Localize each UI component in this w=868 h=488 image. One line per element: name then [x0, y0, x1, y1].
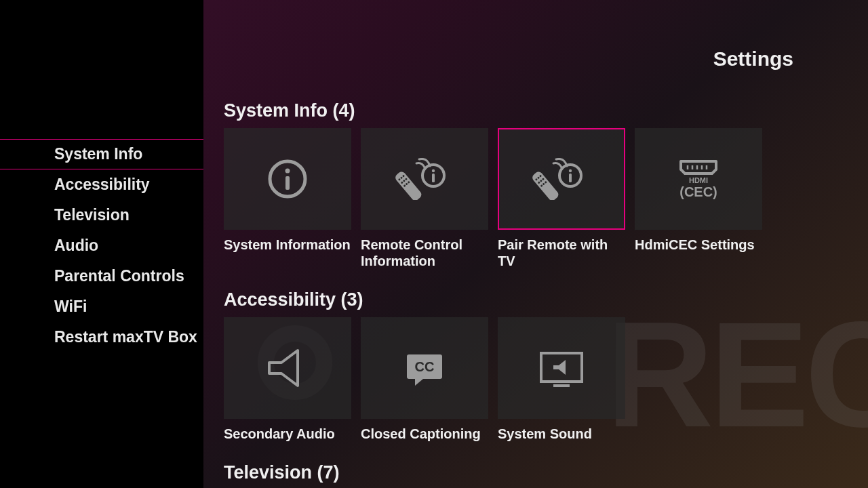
- sidebar-item-label: System Info: [54, 145, 142, 163]
- main-content: Settings System Info (4)System Informati…: [203, 0, 868, 488]
- sidebar-item-system-info[interactable]: System Info: [0, 139, 203, 169]
- sidebar-item-accessibility[interactable]: Accessibility: [0, 169, 203, 200]
- tile-label: Closed Captioning: [361, 426, 488, 442]
- sidebar-item-label: Audio: [54, 237, 98, 254]
- tile-label: Remote Control Information: [361, 237, 488, 269]
- tile-wrap: System Sound: [498, 317, 625, 442]
- tv-speaker-icon: [537, 346, 586, 390]
- speaker-outline-icon: [264, 346, 311, 390]
- tile-row: System InformationRemote Control Informa…: [224, 128, 793, 269]
- tile-label: System Information: [224, 237, 351, 253]
- sidebar-item-audio[interactable]: Audio: [0, 230, 203, 261]
- tile-label: HdmiCEC Settings: [635, 237, 762, 253]
- cc-icon: [401, 348, 448, 388]
- tile-system-information[interactable]: [224, 128, 351, 230]
- remote-info-icon: [528, 158, 595, 200]
- hdmi-cec-icon: [674, 157, 723, 201]
- sidebar-item-label: Parental Controls: [54, 267, 184, 285]
- tile-wrap: Pair Remote with TV: [498, 128, 625, 269]
- sidebar-item-label: WiFi: [54, 298, 87, 315]
- sidebar-item-parental-controls[interactable]: Parental Controls: [0, 261, 203, 291]
- sidebar-item-label: Television: [54, 206, 130, 224]
- section-title: System Info (4): [224, 100, 793, 121]
- tile-pair-remote-with-tv[interactable]: [498, 128, 625, 230]
- page-title: Settings: [224, 47, 793, 70]
- info-icon: [267, 159, 308, 199]
- remote-info-icon: [391, 158, 458, 200]
- tile-hdmicec-settings[interactable]: [635, 128, 762, 230]
- tile-remote-control-information[interactable]: [361, 128, 488, 230]
- tile-wrap: System Information: [224, 128, 351, 269]
- sidebar-item-restart-maxtv-box[interactable]: Restart maxTV Box: [0, 322, 203, 352]
- sidebar-item-label: Accessibility: [54, 176, 150, 193]
- sidebar-item-wifi[interactable]: WiFi: [0, 291, 203, 322]
- sidebar-item-television[interactable]: Television: [0, 200, 203, 230]
- tile-label: Pair Remote with TV: [498, 237, 625, 269]
- sidebar: System InfoAccessibilityTelevisionAudioP…: [0, 0, 203, 488]
- tile-wrap: Secondary Audio: [224, 317, 351, 442]
- sidebar-item-label: Restart maxTV Box: [54, 328, 197, 346]
- section-title: Television (7): [224, 462, 793, 483]
- tile-label: Secondary Audio: [224, 426, 351, 442]
- tile-row: Secondary AudioClosed CaptioningSystem S…: [224, 317, 793, 442]
- section-title: Accessibility (3): [224, 289, 793, 310]
- tile-wrap: HdmiCEC Settings: [635, 128, 762, 269]
- tile-closed-captioning[interactable]: [361, 317, 488, 419]
- tile-label: System Sound: [498, 426, 625, 442]
- tile-wrap: Remote Control Information: [361, 128, 488, 269]
- tile-secondary-audio[interactable]: [224, 317, 351, 419]
- tile-system-sound[interactable]: [498, 317, 625, 419]
- tile-wrap: Closed Captioning: [361, 317, 488, 442]
